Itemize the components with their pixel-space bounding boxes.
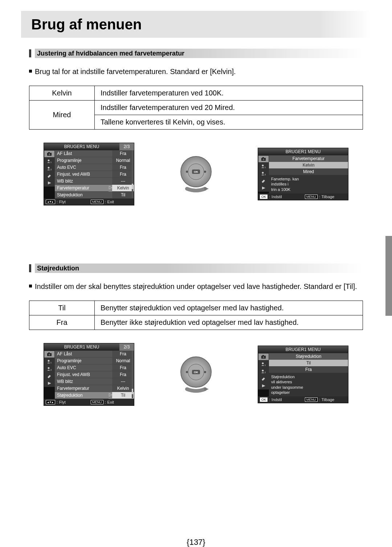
menu-item-value: Fra (112, 351, 134, 358)
svg-rect-24 (48, 352, 50, 354)
svg-point-36 (204, 371, 206, 373)
menu-item-label: Auto EVC (55, 164, 112, 171)
footer-set: Indstil (271, 397, 282, 402)
person-2-tab-icon: 2 (44, 165, 55, 172)
side-tab (385, 236, 392, 316)
ok-button-label: OK (260, 397, 268, 402)
section2-table: Til Benytter støjreduktion ved optagelse… (29, 301, 363, 330)
menu-tab-column: 1 2 (44, 351, 55, 399)
submenu-option: Mired (269, 168, 348, 175)
submenu-option: Fra (269, 366, 348, 373)
submenu-heading: Støjreduktion (269, 353, 348, 360)
page-title: Brug af menuen (31, 16, 142, 33)
table-row: Indstiller farvetemperaturen ved 100K. (95, 86, 363, 101)
camera-menu-left-1: BRUGER1 MENU 2/3 1 2 AF LåstFraProgramli… (44, 143, 134, 205)
menu-item-value: Fra (112, 371, 134, 378)
svg-point-20 (262, 172, 264, 174)
menu-item-value: Normal (112, 358, 134, 364)
footer-back: Tilbage (322, 195, 335, 199)
menu-item-value: Kelvin (112, 185, 134, 192)
footer-back: Tilbage (322, 397, 335, 402)
svg-marker-22 (262, 187, 265, 189)
svg-point-3 (48, 160, 50, 162)
section2-heading: Støjreduktion (29, 264, 363, 273)
svg-text:2: 2 (265, 371, 266, 373)
menu-item-value: Kelvin (112, 385, 134, 392)
play-tab-icon (258, 184, 269, 192)
person-1-tab-icon: 1 (44, 358, 55, 365)
svg-text:2: 2 (50, 168, 52, 171)
tool-tab-icon (44, 372, 55, 380)
menu-item-value: Fra (112, 164, 134, 171)
menu-button-label: MENU (91, 200, 103, 204)
submenu-description: Støjreduktion vil aktiveres under langso… (269, 373, 348, 396)
menu-items-list: AF LåstFraProgramlinjeNormalAuto EVCFraF… (55, 150, 134, 199)
menu-item-value: Til (112, 192, 134, 199)
svg-marker-37 (204, 387, 209, 391)
svg-marker-45 (262, 384, 265, 387)
page-title-bar: Brug af menuen (21, 11, 371, 38)
chevron-right-icon: ▷ (109, 185, 112, 192)
menu-item-label: WB blitz (55, 178, 112, 185)
person-1-tab-icon: 1 (44, 158, 55, 165)
menu-tab-column: 1 2 (44, 150, 55, 199)
menu-tab-column: 1 2 (258, 353, 269, 396)
section1-heading-text: Justering af hvidbalancen med farvetempe… (37, 50, 184, 57)
table-row: Benytter støjreduktion ved optagelser me… (95, 301, 363, 315)
page-number: {137} (0, 538, 392, 547)
svg-point-35 (186, 371, 188, 373)
menu-items-list: AF LåstFraProgramlinjeNormalAuto EVCFraF… (55, 351, 134, 399)
menu-title: BRUGER1 MENU (44, 143, 119, 150)
menu-item-value: Normal (112, 157, 134, 164)
person-1-tab-icon: 1 (258, 360, 269, 368)
menu-item: ProgramlinjeNormal (55, 157, 134, 164)
person-2-tab-icon: 2 (258, 368, 269, 375)
menu-item: FarvetemperaturKelvin (55, 385, 134, 392)
dpad-icon: ◂✦▸ (46, 200, 55, 204)
svg-text:2: 2 (50, 369, 52, 371)
submenu-heading: Farvetemperatur (269, 155, 348, 162)
menu-item: WB blitz--- (55, 378, 134, 385)
svg-marker-14 (204, 187, 209, 191)
svg-point-41 (262, 362, 264, 364)
camera-submenu-right-1: BRUGER1 MENU 1 2 Farvetemperatur Kelvin … (258, 148, 348, 200)
menu-item-label: Støjreduktion (55, 192, 112, 199)
menu-item-value: Fra (112, 150, 134, 157)
menu-item: StøjreduktionTil (55, 192, 134, 199)
svg-text:1: 1 (265, 166, 266, 168)
table-row: Indstiller farvetemperaturen ved 20 Mire… (95, 101, 363, 115)
submenu-title: BRUGER1 MENU (258, 346, 348, 353)
tool-tab-icon (258, 177, 269, 184)
menu-item: Auto EVCFra (55, 364, 134, 371)
submenu-title: BRUGER1 MENU (258, 148, 348, 155)
menu-item: Auto EVCFra (55, 164, 134, 171)
section1-intro-text: Brug tal for at indstille farvetemperatu… (35, 66, 363, 77)
camera-tab-icon (258, 155, 269, 163)
svg-point-26 (48, 360, 50, 362)
menu-button-label: MENU (91, 400, 103, 404)
play-tab-icon (44, 380, 55, 387)
menu-item-label: Farvetemperatur (55, 385, 112, 392)
camera-tab-icon (44, 351, 55, 358)
menu-title: BRUGER1 MENU (44, 343, 119, 351)
section2-intro-text: Indstiller om der skal benyttes støjredu… (35, 281, 363, 292)
menu-button-label: MENU (305, 397, 318, 402)
svg-point-40 (263, 356, 265, 358)
table-row: Kelvin (29, 86, 95, 101)
menu-item: Farvetemperatur▷Kelvin (55, 185, 134, 192)
submenu-option: Kelvin (269, 162, 348, 168)
svg-text:OK: OK (194, 170, 198, 174)
svg-text:2: 2 (265, 174, 266, 176)
person-2-tab-icon: 2 (258, 170, 269, 177)
menu-item: WB blitz--- (55, 178, 134, 185)
section1-intro: Brug tal for at indstille farvetemperatu… (29, 66, 363, 77)
table-row: Tallene konverteres til Kelvin, og vises… (95, 115, 363, 130)
menu-item-label: Finjust. ved AWB (55, 371, 112, 378)
svg-point-43 (262, 370, 264, 371)
submenu-option: Til (269, 360, 348, 366)
dial-ok-icon: OK (176, 355, 216, 395)
svg-marker-30 (48, 382, 51, 385)
footer-move: Flyt (59, 400, 66, 404)
menu-item: Støjreduktion▷Til (55, 392, 134, 399)
svg-text:1: 1 (50, 362, 52, 364)
